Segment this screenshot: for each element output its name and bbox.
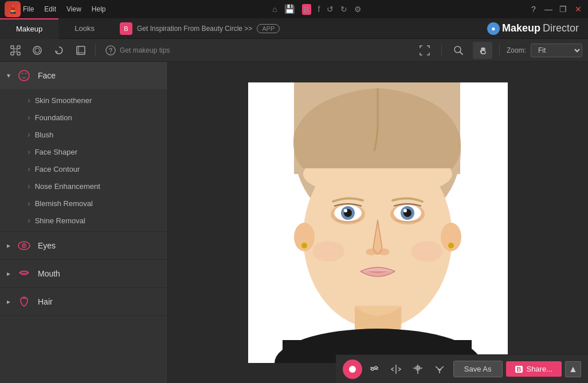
hair-icon bbox=[18, 295, 30, 308]
fullscreen-button[interactable] bbox=[415, 42, 434, 59]
mouth-section-label: Mouth bbox=[38, 269, 160, 278]
help-control[interactable]: ? bbox=[528, 5, 539, 14]
settings-icon[interactable]: ⚙ bbox=[354, 5, 362, 14]
svg-line-13 bbox=[460, 52, 462, 54]
tab-makeup[interactable]: Makeup bbox=[0, 18, 58, 39]
close-button[interactable]: ✕ bbox=[573, 5, 583, 14]
eyes-icon bbox=[17, 240, 31, 251]
filter-button[interactable] bbox=[430, 360, 449, 379]
redo-icon[interactable]: ↻ bbox=[340, 5, 347, 14]
maximize-button[interactable]: ❐ bbox=[558, 5, 569, 14]
hand-button[interactable] bbox=[473, 42, 492, 59]
menu-edit[interactable]: Edit bbox=[44, 5, 56, 13]
home-icon[interactable]: ⌂ bbox=[272, 5, 277, 14]
hair-section-icon bbox=[16, 294, 32, 310]
face-svg bbox=[248, 82, 508, 363]
beauty-circle-bar: B Get Inspiration From Beauty Circle >> … bbox=[111, 22, 487, 35]
hair-chevron-icon bbox=[7, 298, 10, 306]
adjust-sliders-button[interactable] bbox=[364, 360, 384, 379]
sidebar-section-mouth: Mouth bbox=[0, 260, 167, 288]
svg-point-42 bbox=[312, 241, 344, 262]
app-badge: APP bbox=[257, 24, 280, 33]
svg-point-5 bbox=[33, 46, 41, 54]
facebook-icon[interactable]: f bbox=[318, 5, 320, 14]
svg-point-11 bbox=[110, 52, 111, 53]
hair-section-header[interactable]: Hair bbox=[0, 288, 167, 315]
mask-icon bbox=[32, 45, 42, 56]
hair-section-label: Hair bbox=[38, 297, 160, 306]
compare-button[interactable] bbox=[386, 360, 406, 379]
face-contour-arrow-icon bbox=[28, 164, 30, 173]
beauty-icon-top[interactable]: B bbox=[302, 4, 311, 15]
get-tips-area: Get makeup tips bbox=[100, 45, 174, 56]
menu-view[interactable]: View bbox=[66, 5, 81, 13]
svg-point-41 bbox=[378, 248, 390, 255]
mouth-icon bbox=[17, 269, 31, 279]
eyes-chevron-icon bbox=[7, 242, 10, 250]
get-tips-text[interactable]: Get makeup tips bbox=[120, 46, 170, 54]
eyes-section-header[interactable]: Eyes bbox=[0, 232, 167, 259]
svg-point-46 bbox=[375, 366, 377, 369]
app-logo: ● MakeupDirector bbox=[487, 22, 588, 35]
svg-point-45 bbox=[371, 368, 374, 370]
user-avatar: ● bbox=[487, 22, 500, 35]
svg-point-38 bbox=[344, 209, 347, 212]
crop-button[interactable] bbox=[71, 42, 91, 59]
mouth-chevron-icon bbox=[7, 270, 10, 278]
crop-icon bbox=[76, 45, 86, 56]
beauty-circle-icon: B bbox=[120, 22, 132, 35]
expand-button[interactable]: ▲ bbox=[565, 361, 581, 377]
svg-rect-7 bbox=[77, 46, 85, 54]
face-detection-button[interactable] bbox=[6, 42, 25, 59]
adjust-button[interactable] bbox=[408, 360, 428, 379]
share-button[interactable]: B Share... bbox=[506, 361, 562, 377]
search-icon bbox=[453, 45, 464, 56]
shine-removal-arrow-icon bbox=[28, 216, 30, 225]
sidebar-item-face-contour[interactable]: Face Contour bbox=[0, 160, 167, 177]
history-button[interactable] bbox=[49, 42, 69, 59]
svg-point-4 bbox=[14, 49, 17, 52]
save-icon[interactable]: 💾 bbox=[284, 4, 295, 14]
tab-looks[interactable]: Looks bbox=[58, 18, 111, 39]
sidebar-item-nose-enhancement[interactable]: Nose Enhancement bbox=[0, 177, 167, 195]
mask-button[interactable] bbox=[28, 42, 47, 59]
beauty-circle-text[interactable]: Get Inspiration From Beauty Circle >> bbox=[137, 25, 252, 33]
undo-icon[interactable]: ↺ bbox=[327, 5, 334, 14]
sidebar-item-skin-smoothener[interactable]: Skin Smoothener bbox=[0, 92, 167, 109]
app-icon: 💄 bbox=[5, 1, 21, 17]
save-as-button[interactable]: Save As bbox=[453, 361, 503, 377]
search-button[interactable] bbox=[449, 42, 468, 59]
fullscreen-icon bbox=[420, 45, 430, 56]
mouth-section-header[interactable]: Mouth bbox=[0, 260, 167, 287]
share-beauty-icon: B bbox=[515, 366, 523, 373]
svg-rect-2 bbox=[11, 52, 14, 55]
menu-bar: File Edit View Help bbox=[23, 5, 106, 13]
toolbar-right: Zoom: Fit 25% 50% 75% 100% 150% 200% bbox=[415, 42, 582, 59]
sliders-icon bbox=[370, 365, 379, 374]
menu-help[interactable]: Help bbox=[92, 5, 106, 13]
blemish-removal-arrow-icon bbox=[28, 199, 30, 208]
minimize-button[interactable]: — bbox=[543, 5, 554, 14]
zoom-select[interactable]: Fit 25% 50% 75% 100% 150% 200% bbox=[531, 44, 582, 57]
sidebar-item-face-shaper[interactable]: Face Shaper bbox=[0, 143, 167, 160]
bottom-right-buttons: Save As B Share... ▲ bbox=[453, 361, 581, 377]
face-shaper-arrow-icon bbox=[28, 147, 30, 156]
sidebar-item-shine-removal[interactable]: Shine Removal bbox=[0, 212, 167, 229]
face-section-header[interactable]: Face bbox=[0, 62, 167, 89]
toolbar-divider-2 bbox=[441, 44, 442, 57]
logo-regular: Director bbox=[543, 22, 579, 34]
svg-point-39 bbox=[403, 209, 407, 212]
foundation-arrow-icon bbox=[28, 113, 30, 122]
sidebar-item-blemish-removal[interactable]: Blemish Removal bbox=[0, 195, 167, 212]
sidebar-item-blush[interactable]: Blush bbox=[0, 126, 167, 143]
sidebar-item-foundation[interactable]: Foundation bbox=[0, 109, 167, 126]
circle-tool-button[interactable] bbox=[343, 360, 362, 379]
svg-rect-3 bbox=[17, 52, 20, 55]
menu-file[interactable]: File bbox=[23, 5, 34, 13]
sidebar: Face Skin Smoothener Foundation Blush F bbox=[0, 62, 168, 383]
photo-display bbox=[248, 82, 508, 363]
history-icon bbox=[54, 45, 64, 56]
main-layout: Face Skin Smoothener Foundation Blush F bbox=[0, 62, 588, 383]
toolbar-divider-1 bbox=[95, 44, 96, 57]
svg-point-29 bbox=[448, 243, 454, 248]
